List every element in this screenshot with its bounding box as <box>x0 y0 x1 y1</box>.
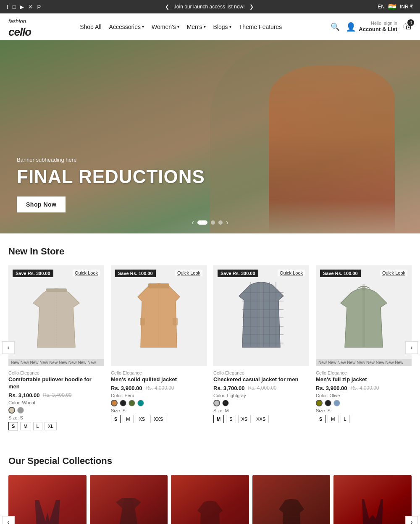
hero-content: Banner subheading here FINAL REDUCTIONS … <box>0 157 222 233</box>
color-swatches-4 <box>316 400 412 406</box>
twitter-icon[interactable]: ✕ <box>28 4 33 10</box>
collections-next-arrow[interactable]: › <box>405 516 418 524</box>
quick-look-1[interactable]: Quick Look <box>73 270 100 276</box>
product-image-1[interactable]: Save Rs. 300.00 Quick Look New New New N… <box>8 265 104 366</box>
product-image-2[interactable]: Save Rs. 100.00 Quick Look <box>111 265 207 366</box>
hero-prev-arrow[interactable]: ‹ <box>192 218 194 227</box>
promo-prev-arrow[interactable]: ❮ <box>165 4 169 10</box>
color-swatches-1 <box>8 407 104 414</box>
product-name-3: Checkered casual jacket for men <box>213 376 309 383</box>
chevron-down-icon: ▾ <box>142 24 144 29</box>
chevron-down-icon: ▾ <box>177 24 179 29</box>
hero-dot-3[interactable] <box>218 220 223 225</box>
collection-womenhoodie[interactable]: Women Hoodie ↗ <box>171 475 249 524</box>
size-btn-xl-1[interactable]: XL <box>45 422 57 430</box>
hero-next-arrow[interactable]: › <box>226 218 228 227</box>
account-list-text: Account & List <box>359 26 397 33</box>
size-btn-s-2[interactable]: S <box>111 415 121 423</box>
nav-womens[interactable]: Women's ▾ <box>152 24 179 30</box>
price-3: Rs. 3,700.00 <box>213 385 244 391</box>
save-badge-2: Save Rs. 100.00 <box>115 270 156 277</box>
size-options-4: S M L <box>316 415 412 423</box>
swatch-3-2[interactable] <box>222 400 229 406</box>
special-collections-title: Our Special Collections <box>8 456 412 466</box>
promo-text[interactable]: Join our launch access list now! <box>174 4 245 10</box>
size-btn-s-3[interactable]: S <box>226 415 236 423</box>
hero-dot-1[interactable] <box>197 220 207 225</box>
swatch-4-2[interactable] <box>325 400 331 406</box>
swatch-2-2[interactable] <box>120 400 126 406</box>
chevron-down-icon: ▾ <box>229 24 231 29</box>
swatch-1-2[interactable] <box>17 407 24 414</box>
product-card-1: Save Rs. 300.00 Quick Look New New New N… <box>8 265 104 430</box>
size-btn-l-1[interactable]: L <box>33 422 42 430</box>
hero-title: FINAL REDUCTIONS <box>17 166 205 187</box>
quick-look-2[interactable]: Quick Look <box>175 270 202 276</box>
brand-1: Cello Elegance <box>8 370 104 375</box>
language-selector[interactable]: EN <box>378 4 385 10</box>
nav-accessories[interactable]: Accessories ▾ <box>109 24 144 30</box>
size-btn-m-1[interactable]: M <box>20 422 31 430</box>
product-name-4: Men's full zip jacket <box>316 376 412 383</box>
size-btn-s-4[interactable]: S <box>316 415 326 423</box>
nav-shop-all[interactable]: Shop All <box>80 24 101 30</box>
account-section[interactable]: 👤 Hello, sign in Account & List <box>346 20 397 33</box>
swatch-2-3[interactable] <box>129 400 135 406</box>
youtube-icon[interactable]: ▶ <box>20 4 24 10</box>
product-card-3: Save Rs. 300.00 Quick Look <box>213 265 309 430</box>
swatch-4-3[interactable] <box>333 400 340 406</box>
nav-mens[interactable]: Men's ▾ <box>187 24 206 30</box>
product-card-2: Save Rs. 100.00 Quick Look Cello Eleganc… <box>111 265 207 430</box>
size-btn-s-1[interactable]: S <box>8 422 18 430</box>
top-bar-right: EN 🇮🇳 INR ₹ <box>378 3 413 11</box>
social-links: f □ ▶ ✕ P <box>7 4 41 10</box>
size-btn-m-4[interactable]: M <box>328 415 338 423</box>
price-old-2: Rs. 4,000.00 <box>145 385 174 391</box>
promo-next-arrow[interactable]: ❯ <box>249 4 254 10</box>
cart-button[interactable]: 🛍 0 <box>403 22 412 31</box>
products-prev-arrow[interactable]: ‹ <box>2 341 15 354</box>
price-4: Rs. 3,900.00 <box>316 385 347 391</box>
size-btn-m-2[interactable]: M <box>123 415 133 423</box>
brand-4: Cello Elegance <box>316 370 412 375</box>
swatch-4-1[interactable] <box>316 400 323 406</box>
size-btn-xxs-3[interactable]: XXS <box>253 415 269 423</box>
hero-dot-2[interactable] <box>211 220 215 225</box>
swatch-1-1[interactable] <box>8 407 15 414</box>
size-btn-xs-3[interactable]: XS <box>238 415 251 423</box>
nav-blogs[interactable]: Blogs ▾ <box>213 24 231 30</box>
size-btn-xs-2[interactable]: XS <box>136 415 149 423</box>
price-old-3: Rs. 4,000.00 <box>248 385 276 391</box>
quick-look-4[interactable]: Quick Look <box>380 270 407 276</box>
search-button[interactable]: 🔍 <box>331 22 340 31</box>
swatch-3-1[interactable] <box>213 400 220 406</box>
collection-menpants[interactable]: Men Pants ↗ <box>333 475 412 524</box>
nav-theme-features[interactable]: Theme Features <box>239 24 282 30</box>
size-btn-m-3[interactable]: M <box>213 415 224 423</box>
collection-sweaters[interactable]: Sweaters ↗ <box>252 475 331 524</box>
price-old-1: Rs. 3,400.00 <box>43 392 71 398</box>
pinterest-icon[interactable]: P <box>37 4 41 10</box>
size-btn-l-4[interactable]: L <box>341 415 350 423</box>
size-btn-xxs-2[interactable]: XXS <box>150 415 166 423</box>
brand-3: Cello Elegance <box>213 370 309 375</box>
facebook-icon[interactable]: f <box>7 4 8 10</box>
collections-prev-arrow[interactable]: ‹ <box>2 516 15 524</box>
logo[interactable]: fashion cello <box>8 15 31 39</box>
product-name-1: Comfortable pullover hoodie for men <box>8 376 104 390</box>
quick-look-3[interactable]: Quick Look <box>278 270 305 276</box>
collection-thumb-jeans <box>8 475 87 524</box>
swatch-2-1[interactable] <box>111 400 118 406</box>
currency-selector[interactable]: INR ₹ <box>400 4 413 10</box>
swatch-2-4[interactable] <box>137 400 144 406</box>
product-image-4[interactable]: Save Rs. 100.00 Quick Look New New New N… <box>316 265 412 366</box>
product-image-3[interactable]: Save Rs. 300.00 Quick Look <box>213 265 309 366</box>
account-info: Hello, sign in Account & List <box>359 20 397 33</box>
svg-rect-1 <box>148 283 169 288</box>
hero-shop-now-button[interactable]: Shop Now <box>17 196 66 212</box>
collection-jeans[interactable]: Jeans ↗ <box>8 475 87 524</box>
top-bar: f □ ▶ ✕ P ❮ Join our launch access list … <box>0 0 420 13</box>
collection-dress[interactable]: Dress ↗ <box>90 475 168 524</box>
instagram-icon[interactable]: □ <box>13 4 16 10</box>
products-next-arrow[interactable]: › <box>405 341 418 354</box>
